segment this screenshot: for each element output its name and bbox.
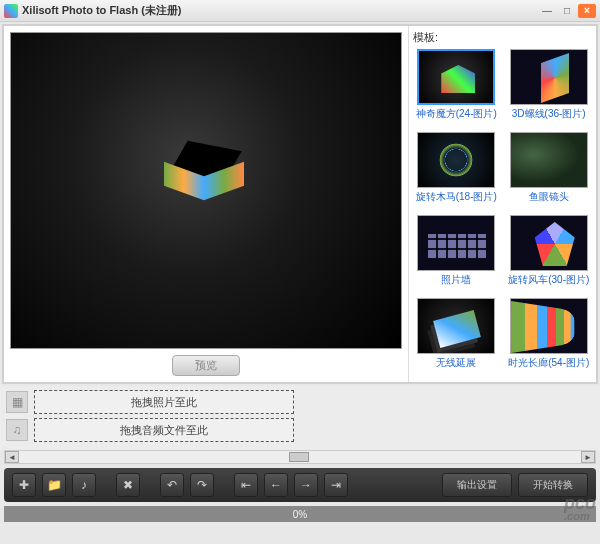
template-item-time-corridor[interactable]: 时光长廊(54-图片): [506, 298, 593, 375]
template-thumb-icon: [510, 298, 588, 354]
preview-panel: 预览: [4, 26, 408, 382]
template-item-carousel[interactable]: 旋转木马(18-图片): [413, 132, 500, 209]
add-folder-button[interactable]: 📁: [42, 473, 66, 497]
template-item-magic-cube[interactable]: 神奇魔方(24-图片): [413, 49, 500, 126]
remove-button[interactable]: ✖: [116, 473, 140, 497]
add-audio-button[interactable]: ♪: [72, 473, 96, 497]
scroll-track[interactable]: [19, 451, 581, 463]
template-label: 旋转木马(18-图片): [416, 190, 497, 204]
template-thumb-icon: [417, 49, 495, 105]
photo-drop-area[interactable]: 拖拽照片至此: [34, 390, 294, 414]
template-item-infinite-extend[interactable]: 无线延展: [413, 298, 500, 375]
templates-grid[interactable]: 神奇魔方(24-图片) 3D螺线(36-图片) 旋转木马(18-图片) 鱼眼镜头…: [413, 49, 592, 375]
move-down-button[interactable]: →: [294, 473, 318, 497]
move-up-button[interactable]: ←: [264, 473, 288, 497]
template-label: 时光长廊(54-图片): [508, 356, 589, 370]
scroll-left-icon[interactable]: ◄: [5, 451, 19, 463]
drop-zones: ▦ 拖拽照片至此 ♫ 拖拽音频文件至此: [0, 386, 600, 450]
cube-sample-icon: [166, 151, 246, 201]
template-item-photo-wall[interactable]: 照片墙: [413, 215, 500, 292]
audio-drop-area[interactable]: 拖拽音频文件至此: [34, 418, 294, 442]
scroll-right-icon[interactable]: ►: [581, 451, 595, 463]
photo-drop-row: ▦ 拖拽照片至此: [6, 390, 594, 414]
minimize-button[interactable]: —: [538, 4, 556, 18]
template-label: 神奇魔方(24-图片): [416, 107, 497, 121]
template-label: 无线延展: [436, 356, 476, 370]
template-thumb-icon: [417, 215, 495, 271]
start-convert-button[interactable]: 开始转换: [518, 473, 588, 497]
horizontal-scrollbar[interactable]: ◄ ►: [4, 450, 596, 464]
template-thumb-icon: [510, 49, 588, 105]
window-buttons: — □ ×: [538, 4, 596, 18]
template-thumb-icon: [417, 298, 495, 354]
rotate-left-button[interactable]: ↶: [160, 473, 184, 497]
window-title: Xilisoft Photo to Flash (未注册): [22, 3, 538, 18]
move-first-button[interactable]: ⇤: [234, 473, 258, 497]
templates-panel: 模板: 神奇魔方(24-图片) 3D螺线(36-图片) 旋转木马(18-图片) …: [408, 26, 596, 382]
templates-header: 模板:: [413, 30, 592, 45]
scroll-thumb[interactable]: [289, 452, 309, 462]
template-item-3d-spiral[interactable]: 3D螺线(36-图片): [506, 49, 593, 126]
template-thumb-icon: [417, 132, 495, 188]
add-photo-button[interactable]: ✚: [12, 473, 36, 497]
template-thumb-icon: [510, 215, 588, 271]
template-label: 照片墙: [441, 273, 471, 287]
move-last-button[interactable]: ⇥: [324, 473, 348, 497]
close-button[interactable]: ×: [578, 4, 596, 18]
bottom-toolbar: ✚ 📁 ♪ ✖ ↶ ↷ ⇤ ← → ⇥ 输出设置 开始转换: [4, 468, 596, 502]
maximize-button[interactable]: □: [558, 4, 576, 18]
template-thumb-icon: [510, 132, 588, 188]
photo-icon: ▦: [6, 391, 28, 413]
progress-text: 0%: [293, 509, 307, 520]
titlebar: Xilisoft Photo to Flash (未注册) — □ ×: [0, 0, 600, 22]
export-settings-button[interactable]: 输出设置: [442, 473, 512, 497]
template-item-fisheye[interactable]: 鱼眼镜头: [506, 132, 593, 209]
main-area: 预览 模板: 神奇魔方(24-图片) 3D螺线(36-图片) 旋转木马(18-图…: [2, 24, 598, 384]
music-note-icon: ♫: [6, 419, 28, 441]
audio-drop-row: ♫ 拖拽音频文件至此: [6, 418, 594, 442]
template-item-pinwheel[interactable]: 旋转风车(30-图片): [506, 215, 593, 292]
preview-button[interactable]: 预览: [172, 355, 240, 376]
template-label: 鱼眼镜头: [529, 190, 569, 204]
preview-canvas: [10, 32, 402, 349]
app-icon: [4, 4, 18, 18]
progress-bar: 0%: [4, 506, 596, 522]
template-label: 旋转风车(30-图片): [508, 273, 589, 287]
template-label: 3D螺线(36-图片): [512, 107, 586, 121]
rotate-right-button[interactable]: ↷: [190, 473, 214, 497]
